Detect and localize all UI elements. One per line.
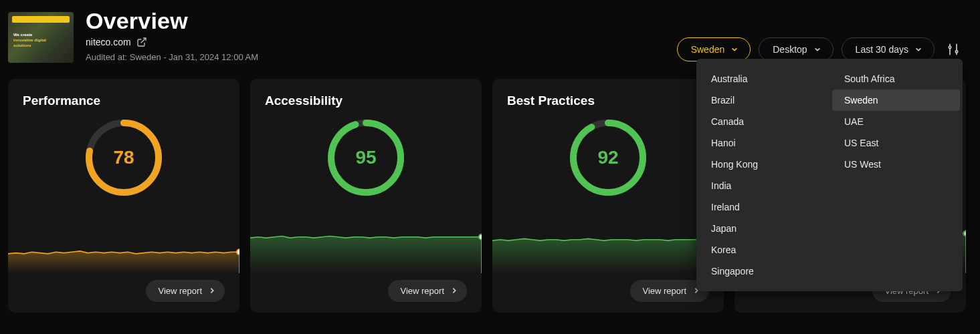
chevron-right-icon — [451, 286, 458, 296]
svg-point-0 — [949, 46, 951, 48]
location-option[interactable]: Ireland — [699, 196, 827, 218]
svg-point-3 — [955, 51, 957, 53]
score-value: 78 — [84, 118, 164, 198]
location-filter-label: Sweden — [691, 44, 725, 55]
location-filter[interactable]: Sweden — [677, 37, 751, 61]
thumb-text-2: innovative digital — [13, 37, 54, 43]
location-option[interactable]: Korea — [699, 239, 827, 261]
trend-sparkline — [265, 203, 467, 273]
location-option[interactable]: Australia — [699, 68, 827, 90]
location-option[interactable]: Canada — [699, 111, 827, 132]
location-option[interactable]: India — [699, 175, 827, 196]
metric-card-performance: Performance 78 — [8, 79, 239, 313]
view-report-button[interactable]: View report — [388, 280, 467, 302]
trend-sparkline — [23, 203, 225, 273]
location-option[interactable]: US West — [832, 154, 960, 175]
view-report-button[interactable]: View report — [146, 280, 225, 302]
view-report-label: View report — [158, 286, 202, 296]
view-report-label: View report — [400, 286, 444, 296]
svg-point-21 — [963, 231, 966, 236]
chevron-down-icon — [915, 46, 922, 53]
location-option[interactable]: Brazil — [699, 90, 827, 111]
site-domain-link[interactable]: niteco.com — [86, 37, 131, 48]
device-filter[interactable]: Desktop — [759, 37, 833, 61]
score-gauge: 78 — [84, 118, 164, 198]
date-range-filter[interactable]: Last 30 days — [842, 37, 935, 61]
location-dropdown[interactable]: AustraliaBrazilCanadaHanoiHong KongIndia… — [696, 59, 963, 291]
location-option[interactable]: Singapore — [699, 261, 827, 282]
chevron-down-icon — [814, 46, 821, 53]
date-range-filter-label: Last 30 days — [856, 44, 908, 55]
device-filter-label: Desktop — [773, 44, 807, 55]
metric-card-title: Best Practices — [507, 94, 709, 108]
metric-card-accessibility: Accessibility 95 — [250, 79, 482, 313]
view-report-label: View report — [642, 286, 686, 296]
chevron-down-icon — [731, 46, 738, 53]
thumb-text-3: solutions — [13, 43, 54, 48]
thumb-text-1: We create — [13, 33, 32, 37]
metric-card-best-practices: Best Practices 92 — [492, 79, 724, 313]
metric-card-title: Accessibility — [265, 94, 467, 108]
score-value: 92 — [568, 118, 648, 198]
location-option[interactable]: US East — [832, 132, 960, 154]
page-title: Overview — [86, 8, 972, 34]
metric-card-title: Performance — [23, 94, 225, 108]
score-gauge: 95 — [326, 118, 406, 198]
score-gauge: 92 — [568, 118, 648, 198]
settings-icon[interactable] — [943, 39, 964, 60]
chevron-right-icon — [209, 286, 215, 296]
svg-point-9 — [237, 249, 239, 255]
site-thumbnail: We create innovative digital solutions — [8, 12, 74, 63]
svg-point-13 — [479, 234, 482, 240]
location-option[interactable]: Hong Kong — [699, 154, 827, 175]
score-value: 95 — [326, 118, 406, 198]
location-option[interactable]: South Africa — [832, 68, 960, 90]
external-link-icon[interactable] — [136, 37, 147, 47]
location-option[interactable]: Sweden — [832, 90, 960, 111]
location-option[interactable]: Hanoi — [699, 132, 827, 154]
location-option[interactable]: UAE — [832, 111, 960, 132]
location-option[interactable]: Japan — [699, 218, 827, 239]
trend-sparkline — [507, 203, 709, 273]
